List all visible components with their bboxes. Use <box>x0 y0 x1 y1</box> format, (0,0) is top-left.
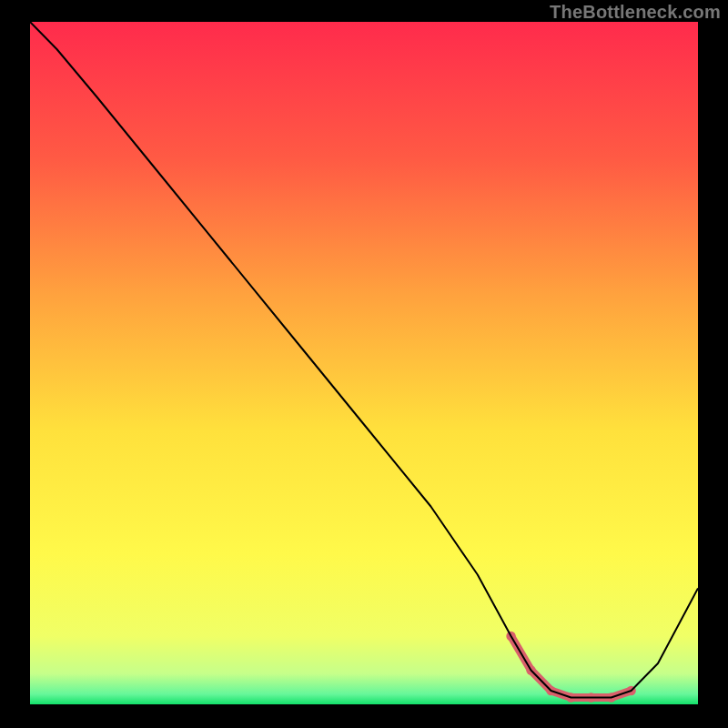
chart-svg <box>30 22 698 704</box>
watermark-text: TheBottleneck.com <box>550 2 721 23</box>
gradient-bg <box>30 22 698 704</box>
plot-area <box>30 22 698 704</box>
chart-frame: TheBottleneck.com <box>0 0 728 728</box>
